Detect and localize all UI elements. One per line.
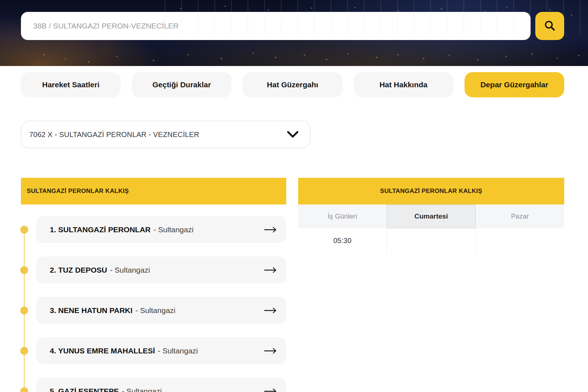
- stop-label: 5. GAZİ ESENTEPE- Sultangazi: [50, 387, 162, 392]
- stops-panel-title: SULTANGAZİ PERONLAR KALKIŞ: [27, 188, 129, 195]
- tab-hareket-saatleri[interactable]: Hareket Saatleri: [21, 72, 121, 97]
- stop-district: - Sultangazi: [153, 225, 193, 234]
- schedule-panel: SULTANGAZİ PERONLAR KALKIŞ İş Günleri Cu…: [298, 178, 564, 253]
- stop-row: 3. NENE HATUN PARKI- Sultangazi: [36, 297, 286, 324]
- time-cell-is-gunleri: 05:30: [298, 228, 387, 253]
- route-dropdown[interactable]: 7062 X - SULTANGAZİ PERONLAR - VEZNECİLE…: [21, 121, 310, 148]
- tab-depar-guzergahlar[interactable]: Depar Güzergahlar: [465, 72, 564, 97]
- stops-list: 1. SULTANGAZİ PERONLAR- Sultangazi 2. TU…: [21, 216, 286, 392]
- stop-row: 4. YUNUS EMRE MAHALLESİ- Sultangazi: [36, 337, 286, 364]
- schedule-panel-title: SULTANGAZİ PERONLAR KALKIŞ: [380, 188, 482, 195]
- stop-district: - Sultangazi: [122, 387, 162, 392]
- timeline-dot: [20, 347, 28, 355]
- search-bar: [21, 12, 564, 40]
- stops-panel: SULTANGAZİ PERONLAR KALKIŞ 1. SULTANGAZİ…: [21, 178, 286, 392]
- arrow-right-icon[interactable]: [264, 307, 277, 314]
- stop-label: 2. TUZ DEPOSU- Sultangazi: [50, 266, 150, 274]
- search-input-wrap: [21, 12, 531, 40]
- stop-name: 1. SULTANGAZİ PERONLAR: [50, 225, 151, 234]
- timeline-dot: [20, 387, 28, 392]
- stop-district: - Sultangazi: [158, 347, 198, 355]
- time-cell-cumartesi: [387, 228, 476, 253]
- route-dropdown-value: 7062 X - SULTANGAZİ PERONLAR - VEZNECİLE…: [29, 131, 199, 139]
- time-cell-pazar: [476, 228, 564, 253]
- schedule-panel-header: SULTANGAZİ PERONLAR KALKIŞ: [298, 178, 564, 204]
- stop-name: 5. GAZİ ESENTEPE: [50, 387, 119, 392]
- arrow-right-icon[interactable]: [264, 226, 277, 233]
- main-content: SULTANGAZİ PERONLAR KALKIŞ 1. SULTANGAZİ…: [21, 178, 564, 392]
- schedule-header-row: İş Günleri Cumartesi Pazar: [298, 204, 564, 228]
- city-lights-decoration: [0, 0, 1, 1]
- stop-card[interactable]: 4. YUNUS EMRE MAHALLESİ- Sultangazi: [36, 337, 286, 364]
- tab-hat-guzergahi[interactable]: Hat Güzergahı: [243, 72, 342, 97]
- column-cumartesi[interactable]: Cumartesi: [387, 204, 476, 228]
- timeline-dot: [20, 307, 28, 314]
- arrow-right-icon[interactable]: [264, 267, 277, 273]
- tab-bar: Hareket Saatleri Geçtiği Duraklar Hat Gü…: [21, 72, 564, 97]
- stop-district: - Sultangazi: [135, 306, 175, 314]
- stop-card[interactable]: 1. SULTANGAZİ PERONLAR- Sultangazi: [36, 216, 286, 243]
- stop-name: 3. NENE HATUN PARKI: [50, 306, 132, 314]
- timeline-dot: [20, 266, 28, 274]
- schedule-row: 05:30: [298, 228, 564, 253]
- stop-row: 2. TUZ DEPOSU- Sultangazi: [36, 256, 286, 283]
- stop-label: 1. SULTANGAZİ PERONLAR- Sultangazi: [50, 225, 193, 234]
- search-icon: [543, 19, 557, 33]
- page: Hareket Saatleri Geçtiği Duraklar Hat Gü…: [0, 0, 588, 392]
- hero-banner: [0, 0, 588, 66]
- schedule-table: İş Günleri Cumartesi Pazar 05:30: [298, 204, 564, 253]
- stop-card[interactable]: 3. NENE HATUN PARKI- Sultangazi: [36, 297, 286, 324]
- stop-name: 4. YUNUS EMRE MAHALLESİ: [50, 347, 155, 355]
- stop-name: 2. TUZ DEPOSU: [50, 266, 107, 274]
- timeline-dot: [20, 226, 28, 234]
- stop-card[interactable]: 2. TUZ DEPOSU- Sultangazi: [36, 256, 286, 283]
- stops-panel-header: SULTANGAZİ PERONLAR KALKIŞ: [21, 178, 286, 204]
- search-input[interactable]: [21, 12, 531, 40]
- chevron-down-icon: [287, 131, 299, 138]
- stop-card[interactable]: 5. GAZİ ESENTEPE- Sultangazi: [36, 378, 286, 392]
- stop-label: 4. YUNUS EMRE MAHALLESİ- Sultangazi: [50, 347, 198, 355]
- arrow-right-icon[interactable]: [264, 388, 277, 392]
- arrow-right-icon[interactable]: [264, 348, 277, 354]
- stop-label: 3. NENE HATUN PARKI- Sultangazi: [50, 306, 175, 315]
- column-pazar[interactable]: Pazar: [476, 204, 564, 228]
- stop-row: 5. GAZİ ESENTEPE- Sultangazi: [36, 378, 286, 392]
- column-is-gunleri[interactable]: İş Günleri: [298, 204, 387, 228]
- stop-row: 1. SULTANGAZİ PERONLAR- Sultangazi: [36, 216, 286, 243]
- tab-gectigi-duraklar[interactable]: Geçtiği Duraklar: [132, 72, 231, 97]
- stop-district: - Sultangazi: [110, 266, 150, 274]
- tab-hat-hakkinda[interactable]: Hat Hakkında: [354, 72, 453, 97]
- search-button[interactable]: [535, 12, 564, 40]
